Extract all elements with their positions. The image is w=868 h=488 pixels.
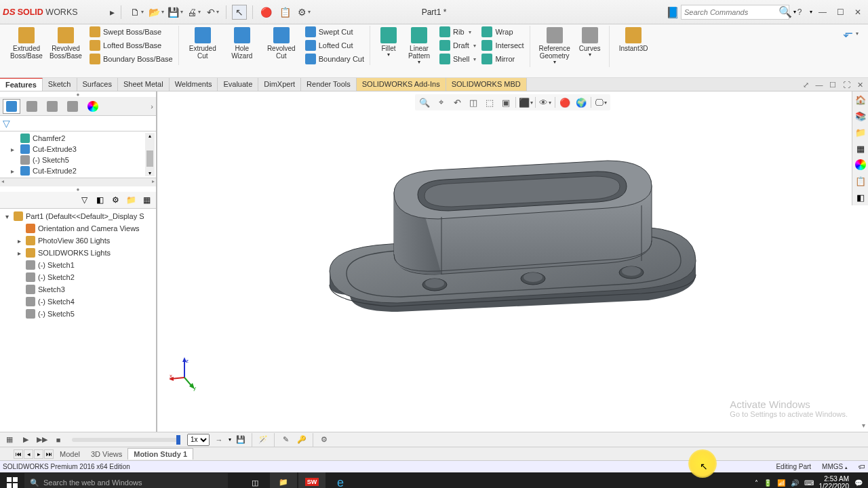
solidworks-taskbar-icon[interactable]: SW bbox=[298, 472, 326, 488]
previous-view-icon[interactable]: ↶ bbox=[450, 96, 464, 109]
mirror-button[interactable]: Mirror bbox=[480, 53, 525, 65]
settings-button[interactable]: ⚙ bbox=[296, 5, 311, 20]
sw-resources-icon[interactable]: 📘 bbox=[666, 6, 678, 18]
extruded-boss-button[interactable]: Extruded Boss/Base bbox=[7, 26, 46, 65]
feature-manager-tab[interactable] bbox=[3, 99, 20, 114]
view-orientation-icon[interactable]: ▣ bbox=[499, 96, 513, 109]
tree-item[interactable]: ▸Cut-Extrude3 bbox=[0, 144, 156, 155]
custom-properties-icon[interactable]: 📋 bbox=[852, 173, 868, 189]
motion-settings-icon[interactable]: ⚙ bbox=[317, 434, 331, 446]
minimize-button[interactable]: — bbox=[815, 5, 830, 19]
help-button[interactable]: ? bbox=[792, 5, 807, 19]
animation-wizard-icon[interactable]: 🪄 bbox=[256, 434, 270, 446]
doc-window-maximize-icon[interactable]: ⛶ bbox=[841, 79, 852, 90]
linear-pattern-button[interactable]: Linear Pattern▾ bbox=[403, 26, 435, 67]
tray-input-icon[interactable]: ⌨ bbox=[804, 479, 814, 487]
tree-item[interactable]: Chamfer2 bbox=[0, 133, 156, 144]
tab-weldments[interactable]: Weldments bbox=[170, 78, 218, 91]
orientation-triad[interactable]: z x y bbox=[170, 357, 203, 391]
tray-wifi-icon[interactable]: 📶 bbox=[777, 479, 785, 487]
tree-node[interactable]: ▸SOLIDWORKS Lights bbox=[0, 247, 156, 259]
revolved-boss-button[interactable]: Revolved Boss/Base bbox=[46, 26, 85, 65]
filter-sketches-icon[interactable]: ◧ bbox=[93, 193, 106, 207]
tab-sketch[interactable]: Sketch bbox=[43, 78, 77, 91]
new-doc-button[interactable]: 🗋 bbox=[130, 5, 144, 20]
tab-sheet-metal[interactable]: Sheet Metal bbox=[118, 78, 170, 91]
configuration-manager-tab[interactable] bbox=[43, 99, 61, 114]
open-doc-button[interactable]: 📂 bbox=[149, 5, 163, 20]
flyout-arrow-icon[interactable]: ▸ bbox=[104, 5, 119, 20]
save-button[interactable]: 💾 bbox=[167, 5, 182, 20]
tree-node[interactable]: (-) Sketch5 bbox=[0, 308, 156, 320]
appearances-icon[interactable] bbox=[855, 159, 866, 170]
filter-other-icon[interactable]: ▦ bbox=[140, 193, 153, 207]
tree-node[interactable]: ▸PhotoView 360 Lights bbox=[0, 235, 156, 247]
addkey-icon[interactable]: 🔑 bbox=[295, 434, 309, 446]
filter-folders-icon[interactable]: 📁 bbox=[124, 193, 138, 207]
command-search[interactable]: 🔍 ▾ bbox=[681, 5, 789, 20]
options-button[interactable]: 📋 bbox=[277, 5, 292, 20]
edit-appearance-icon[interactable]: 🔴 bbox=[558, 96, 572, 109]
tab-nav-last[interactable]: ⏭ bbox=[44, 449, 54, 459]
tray-battery-icon[interactable]: 🔋 bbox=[764, 479, 772, 487]
tab-model[interactable]: Model bbox=[54, 449, 85, 460]
curves-button[interactable]: Curves▾ bbox=[575, 26, 605, 67]
boundary-cut-button[interactable]: Boundary Cut bbox=[304, 53, 366, 65]
intersect-button[interactable]: Intersect bbox=[480, 39, 525, 52]
tab-dimxpert[interactable]: DimXpert bbox=[258, 78, 301, 91]
tab-mbd[interactable]: SOLIDWORKS MBD bbox=[446, 78, 527, 91]
graphics-viewport[interactable]: 🔍 ⌖ ↶ ◫ ⬚ ▣ ⬛ 👁 🔴 🌍 🖵 🏠 📚 📁 ▦ 📋 ◧ bbox=[157, 92, 868, 432]
view-settings-icon[interactable]: 🖵 bbox=[594, 96, 608, 109]
wrap-button[interactable]: Wrap bbox=[480, 26, 525, 38]
doc-window-restore-icon[interactable]: ☐ bbox=[827, 79, 838, 90]
stop-icon[interactable]: ■ bbox=[52, 434, 65, 446]
home-icon[interactable]: 🏠 bbox=[852, 92, 868, 108]
tab-evaluate[interactable]: Evaluate bbox=[218, 78, 258, 91]
view-palette-icon[interactable]: ⬐ bbox=[843, 26, 853, 41]
playback-slider[interactable] bbox=[72, 438, 180, 442]
tree-node[interactable]: Sketch3 bbox=[0, 283, 156, 296]
display-manager-tab[interactable] bbox=[84, 99, 102, 114]
fillet-button[interactable]: Fillet▾ bbox=[374, 26, 403, 67]
shell-button[interactable]: Shell bbox=[438, 53, 477, 65]
tree-node[interactable]: Orientation and Camera Views bbox=[0, 222, 156, 235]
tree-node[interactable]: (-) Sketch4 bbox=[0, 296, 156, 308]
horiz-scrollbar[interactable]: ◂▸ bbox=[0, 178, 156, 186]
view-palette-icon[interactable]: ▦ bbox=[852, 140, 868, 157]
tab-motion-study[interactable]: Motion Study 1 bbox=[127, 448, 193, 460]
reference-geometry-button[interactable]: Reference Geometry▾ bbox=[534, 26, 575, 67]
edge-taskbar-icon[interactable]: e bbox=[327, 472, 354, 488]
hide-show-icon[interactable]: 👁 bbox=[538, 96, 552, 109]
file-explorer-icon[interactable]: 📁 bbox=[852, 124, 868, 140]
dynamic-annotation-icon[interactable]: ⬚ bbox=[483, 96, 496, 109]
doc-window-minimize-icon[interactable]: — bbox=[814, 79, 825, 90]
tab-nav-prev[interactable]: ◂ bbox=[24, 449, 33, 459]
task-view-icon[interactable]: ◫ bbox=[241, 472, 269, 488]
tray-expand-icon[interactable]: ˄ bbox=[755, 479, 758, 487]
status-tags-icon[interactable]: 🏷 bbox=[859, 463, 865, 470]
print-button[interactable]: 🖨 bbox=[186, 5, 201, 20]
dimxpert-manager-tab[interactable] bbox=[64, 99, 81, 114]
tab-3d-views[interactable]: 3D Views bbox=[85, 449, 127, 460]
design-library-icon[interactable]: 📚 bbox=[852, 108, 868, 124]
playback-speed-select[interactable]: 1x bbox=[187, 434, 210, 446]
maximize-button[interactable]: ☐ bbox=[833, 5, 848, 19]
tab-render-tools[interactable]: Render Tools bbox=[301, 78, 357, 91]
calculate-icon[interactable]: ▦ bbox=[3, 434, 16, 446]
tree-root[interactable]: ▾Part1 (Default<<Default>_Display S bbox=[0, 210, 156, 222]
tab-surfaces[interactable]: Surfaces bbox=[77, 78, 118, 91]
zoom-fit-icon[interactable]: 🔍 bbox=[418, 96, 431, 109]
play-start-icon[interactable]: ▶ bbox=[19, 434, 33, 446]
swept-cut-button[interactable]: Swept Cut bbox=[304, 26, 366, 38]
revolved-cut-button[interactable]: Revolved Cut bbox=[262, 26, 301, 65]
apply-scene-icon[interactable]: 🌍 bbox=[574, 96, 588, 109]
filter-features-icon[interactable]: ▽ bbox=[77, 193, 91, 207]
doc-window-expand-icon[interactable]: ⤢ bbox=[800, 79, 811, 90]
filter-icon[interactable]: ▽ bbox=[3, 118, 10, 129]
tab-nav-first[interactable]: ⏮ bbox=[14, 449, 23, 459]
panel-nav-arrow[interactable]: › bbox=[151, 102, 153, 110]
status-units[interactable]: MMGS ▴ bbox=[822, 463, 848, 470]
autokey-icon[interactable]: ✎ bbox=[279, 434, 292, 446]
file-explorer-taskbar-icon[interactable]: 📁 bbox=[270, 472, 297, 488]
display-style-icon[interactable]: ⬛ bbox=[519, 96, 532, 109]
